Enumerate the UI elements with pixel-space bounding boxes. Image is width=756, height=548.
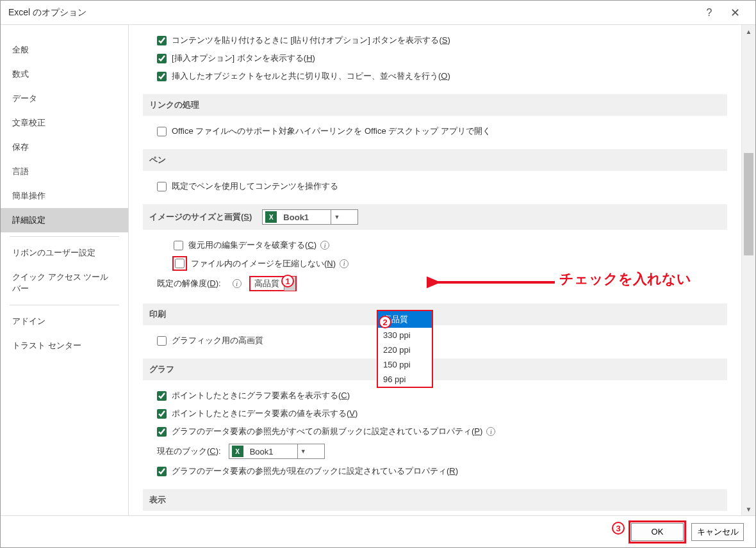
- resolution-label: 既定の解像度(D):: [157, 278, 221, 289]
- excel-icon: X: [232, 446, 243, 457]
- window-title: Excel のオプション: [8, 7, 696, 19]
- annotation-text: チェックを入れない: [559, 270, 691, 289]
- cancel-button[interactable]: キャンセル: [691, 523, 744, 541]
- content-wrap: コンテンツを貼り付けるときに [貼り付けオプション] ボタンを表示する(S) […: [129, 25, 755, 515]
- section-image-label: イメージのサイズと画質(S): [149, 211, 252, 223]
- dialog-body: 全般 数式 データ 文章校正 保存 言語 簡単操作 詳細設定 リボンのユーザー設…: [1, 25, 755, 515]
- chevron-down-icon: ▼: [297, 444, 309, 458]
- help-icon[interactable]: ?: [696, 7, 722, 19]
- sidebar-item-advanced[interactable]: 詳細設定: [1, 208, 128, 232]
- sidebar-item-ribbon[interactable]: リボンのユーザー設定: [1, 241, 128, 265]
- checkbox-chart-data-values[interactable]: [157, 409, 167, 419]
- check-label: ポイントしたときにグラフ要素名を表示する(C): [172, 390, 350, 401]
- sidebar-item-trust[interactable]: トラスト センター: [1, 334, 128, 358]
- checkbox-chart-props-newbook[interactable]: [157, 427, 167, 437]
- close-icon[interactable]: ✕: [722, 6, 748, 20]
- scroll-thumb[interactable]: [744, 153, 753, 255]
- section-link: リンクの処理: [143, 94, 727, 116]
- check-label: ファイル内のイメージを圧縮しない(N): [191, 258, 336, 270]
- content-panel: コンテンツを貼り付けるときに [貼り付けオプション] ボタンを表示する(S) […: [129, 25, 741, 515]
- check-chart-element-names: ポイントしたときにグラフ要素名を表示する(C): [143, 387, 727, 405]
- dropdown-item-150[interactable]: 150 ppi: [378, 357, 432, 372]
- dropdown-item-220[interactable]: 220 ppi: [378, 342, 432, 357]
- dropdown-item-330[interactable]: 330 ppi: [378, 328, 432, 342]
- check-label: Office ファイルへのサポート対象ハイパーリンクを Office デスクトッ…: [172, 125, 491, 137]
- dialog-footer: 3 OK キャンセル: [1, 515, 755, 547]
- annotation-1: 1: [281, 275, 294, 287]
- checkbox-chart-element-names[interactable]: [157, 391, 167, 401]
- sidebar-item-addins[interactable]: アドイン: [1, 309, 128, 334]
- current-book-combo[interactable]: X Book1 ▼: [229, 444, 325, 459]
- check-label: 復元用の編集データを破棄する(C): [188, 239, 316, 251]
- scroll-up-icon[interactable]: ▲: [742, 25, 755, 38]
- titlebar: Excel のオプション ? ✕: [1, 1, 755, 25]
- info-icon[interactable]: i: [486, 427, 495, 436]
- check-label: 既定でペンを使用してコンテンツを操作する: [172, 181, 338, 192]
- combo-text: Book1: [246, 447, 297, 456]
- checkbox-high-quality-graphics[interactable]: [157, 336, 167, 346]
- check-label: 挿入したオブジェクトをセルと共に切り取り、コピー、並べ替えを行う(O): [172, 70, 450, 82]
- section-image: イメージのサイズと画質(S) X Book1 ▼: [143, 204, 727, 230]
- sidebar: 全般 数式 データ 文章校正 保存 言語 簡単操作 詳細設定 リボンのユーザー設…: [1, 25, 129, 515]
- image-book-combo[interactable]: X Book1 ▼: [262, 209, 358, 225]
- check-label: コンテンツを貼り付けるときに [貼り付けオプション] ボタンを表示する(S): [172, 35, 450, 46]
- sidebar-item-formulas[interactable]: 数式: [1, 62, 128, 86]
- check-label: グラフのデータ要素の参照先がすべての新規ブックに設定されているプロパティ(P): [172, 426, 482, 437]
- check-chart-props-newbook: グラフのデータ要素の参照先がすべての新規ブックに設定されているプロパティ(P) …: [143, 423, 727, 440]
- vertical-scrollbar[interactable]: ▲ ▼: [741, 25, 755, 515]
- check-high-quality-graphics: グラフィック用の高画質: [143, 332, 727, 350]
- checkbox-cut-objects[interactable]: [157, 72, 167, 81]
- ok-button[interactable]: OK: [631, 523, 684, 541]
- sidebar-separator: [10, 305, 119, 305]
- sidebar-item-general[interactable]: 全般: [1, 38, 128, 62]
- annotation-3: 3: [612, 522, 625, 535]
- section-chart: グラフ: [143, 359, 727, 380]
- row-current-book: 現在のブック(C): X Book1 ▼: [143, 440, 727, 462]
- annotation-2: 2: [379, 316, 391, 328]
- check-label: グラフィック用の高画質: [172, 335, 263, 346]
- info-icon[interactable]: i: [340, 259, 349, 268]
- check-insert-options: [挿入オプション] ボタンを表示する(H): [143, 49, 727, 67]
- check-label: ポイントしたときにデータ要素の値を表示する(V): [172, 408, 357, 419]
- scroll-track[interactable]: [742, 38, 755, 503]
- combo-text: Book1: [279, 213, 331, 222]
- checkbox-paste-options[interactable]: [157, 36, 167, 45]
- sidebar-item-language[interactable]: 言語: [1, 159, 128, 184]
- section-print: 印刷: [143, 303, 727, 325]
- check-open-hyperlinks: Office ファイルへのサポート対象ハイパーリンクを Office デスクトッ…: [143, 122, 727, 140]
- sidebar-item-qat[interactable]: クイック アクセス ツール バー: [1, 265, 128, 301]
- excel-icon: X: [265, 211, 277, 223]
- check-discard-edit: 復元用の編集データを破棄する(C) i: [143, 236, 727, 254]
- scroll-down-icon[interactable]: ▼: [742, 503, 755, 515]
- checkbox-no-compress[interactable]: [175, 259, 185, 268]
- checkbox-open-hyperlinks[interactable]: [157, 127, 167, 136]
- combo-text: 高品質: [251, 278, 284, 289]
- sidebar-item-data[interactable]: データ: [1, 86, 128, 111]
- info-icon[interactable]: i: [320, 241, 329, 250]
- check-paste-options: コンテンツを貼り付けるときに [貼り付けオプション] ボタンを表示する(S): [143, 31, 727, 49]
- checkbox-pen-default[interactable]: [157, 182, 167, 191]
- checkbox-discard-edit[interactable]: [174, 241, 183, 250]
- check-chart-data-values: ポイントしたときにデータ要素の値を表示する(V): [143, 405, 727, 423]
- sidebar-separator: [10, 236, 119, 237]
- checkbox-chart-props-current[interactable]: [157, 467, 167, 476]
- dropdown-item-96[interactable]: 96 ppi: [378, 372, 432, 387]
- chevron-down-icon: ▼: [331, 210, 342, 224]
- info-icon[interactable]: i: [233, 279, 242, 288]
- check-cut-objects: 挿入したオブジェクトをセルと共に切り取り、コピー、並べ替えを行う(O): [143, 67, 727, 85]
- check-label: [挿入オプション] ボタンを表示する(H): [172, 52, 315, 64]
- sidebar-item-save[interactable]: 保存: [1, 135, 128, 159]
- sidebar-item-proofing[interactable]: 文章校正: [1, 111, 128, 135]
- check-pen-default: 既定でペンを使用してコンテンツを操作する: [143, 177, 727, 195]
- section-display: 表示: [143, 489, 727, 511]
- current-book-label: 現在のブック(C):: [157, 446, 221, 457]
- sidebar-item-accessibility[interactable]: 簡単操作: [1, 184, 128, 208]
- check-chart-props-current: グラフのデータ要素の参照先が現在のブックに設定されているプロパティ(R): [143, 462, 727, 480]
- section-pen: ペン: [143, 149, 727, 171]
- options-dialog: Excel のオプション ? ✕ 全般 数式 データ 文章校正 保存 言語 簡単…: [0, 0, 756, 548]
- check-label: グラフのデータ要素の参照先が現在のブックに設定されているプロパティ(R): [172, 465, 458, 477]
- checkbox-insert-options[interactable]: [157, 54, 167, 63]
